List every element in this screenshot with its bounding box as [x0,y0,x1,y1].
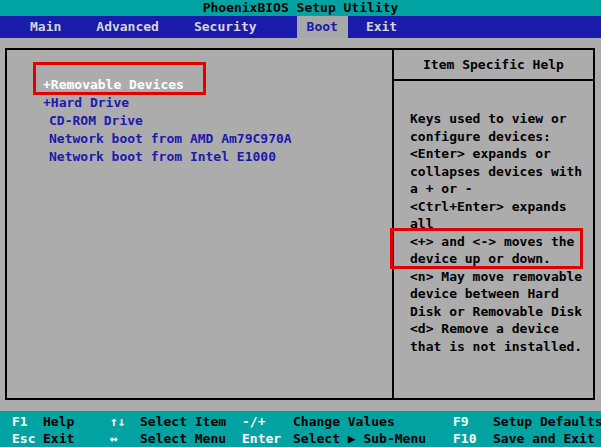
setup-defaults-desc: Setup Defaults [493,413,601,430]
key-f9: F9 [453,413,469,430]
help-line: <+> and <-> moves the [410,233,593,251]
key-f10: F10 [453,430,476,447]
tab-security[interactable]: Security [184,16,267,38]
key-f1-desc: Help [43,413,74,430]
footer-keybar: F1 Help ↑↓ Select Item -/+ Change Values… [0,411,601,447]
help-line: a + or - [410,180,593,198]
help-line: <Ctrl+Enter> expands [410,198,593,216]
tab-main[interactable]: Main [20,16,71,38]
up-down-arrows-key: ↑↓ [110,413,126,430]
select-menu-desc: Select Menu [140,430,226,447]
key-enter: Enter [242,430,281,447]
tab-exit[interactable]: Exit [356,16,407,38]
footer-row-2: Esc Exit ↔ Select Menu Enter Select ▶ Su… [0,430,601,447]
help-line: all [410,215,593,233]
change-values-desc: Change Values [293,413,395,430]
help-line: <n> May move removable [410,268,593,286]
boot-item-network-amd[interactable]: Network boot from AMD Am79C970A [7,130,392,148]
help-line: collapses devices with [410,163,593,181]
boot-item-cdrom-drive[interactable]: CD-ROM Drive [7,112,392,130]
help-line: device between Hard [410,285,593,303]
select-submenu-desc: Select ▶ Sub-Menu [293,430,426,447]
left-right-arrows-key: ↔ [110,430,118,447]
title-bar: PhoenixBIOS Setup Utility [0,0,601,16]
boot-item-hard-drive[interactable]: +Hard Drive [7,94,392,112]
help-line: <Enter> expands or [410,145,593,163]
boot-order-panel: +Removable Devices +Hard Drive CD-ROM Dr… [7,50,392,398]
help-text: Keys used to view or configure devices: … [394,81,593,355]
save-exit-desc: Save and Exit [493,430,595,447]
help-line: Disk or Removable Disk [410,303,593,321]
tab-boot[interactable]: Boot [297,16,348,38]
key-esc-desc: Exit [43,430,74,447]
help-line: Keys used to view or [410,110,593,128]
boot-item-removable-devices[interactable]: +Removable Devices [7,76,392,94]
select-item-desc: Select Item [140,413,226,430]
bios-setup-screen: PhoenixBIOS Setup Utility Main Advanced … [0,0,601,447]
help-line: <d> Remove a device [410,320,593,338]
help-panel: Item Specific Help Keys used to view or … [394,50,593,398]
footer-row-1: F1 Help ↑↓ Select Item -/+ Change Values… [0,413,601,430]
main-area: +Removable Devices +Hard Drive CD-ROM Dr… [5,48,595,400]
help-line: configure devices: [410,128,593,146]
boot-device-list: +Removable Devices +Hard Drive CD-ROM Dr… [7,76,392,166]
key-f1: F1 [12,413,28,430]
help-line: that is not installed. [410,338,593,356]
help-panel-title: Item Specific Help [394,50,593,81]
tab-advanced[interactable]: Advanced [86,16,169,38]
menu-bar: Main Advanced Security Boot Exit [0,16,601,38]
minus-plus-key: -/+ [242,413,265,430]
boot-item-network-intel[interactable]: Network boot from Intel E1000 [7,148,392,166]
page-title: PhoenixBIOS Setup Utility [43,0,559,16]
key-esc: Esc [12,430,35,447]
help-line: device up or down. [410,250,593,268]
